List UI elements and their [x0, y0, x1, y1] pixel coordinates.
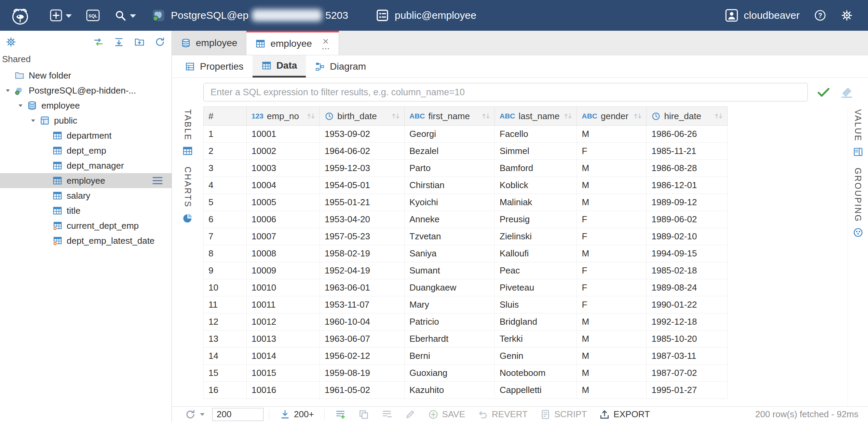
cell-first_name[interactable]: Sumant	[405, 262, 495, 279]
navigator-settings-button[interactable]	[5, 37, 16, 47]
apply-filter-button[interactable]	[816, 85, 831, 100]
close-icon[interactable]	[322, 38, 329, 45]
cell-last_name[interactable]: Simmel	[495, 143, 577, 160]
row-number-cell[interactable]: 3	[204, 160, 247, 177]
cell-gender[interactable]: M	[577, 313, 647, 330]
cell-hire_date[interactable]: 1987-03-11	[647, 348, 728, 365]
cell-gender[interactable]: M	[577, 160, 647, 177]
cell-hire_date[interactable]: 1990-01-22	[647, 296, 728, 313]
cell-last_name[interactable]: Facello	[495, 126, 577, 143]
row-number-cell[interactable]: 10	[204, 279, 247, 296]
row-number-cell[interactable]: 8	[204, 245, 247, 262]
export-button[interactable]: EXPORT	[594, 407, 654, 422]
row-menu-icon[interactable]	[152, 176, 163, 185]
cell-emp_no[interactable]: 10012	[247, 313, 320, 330]
tab-properties[interactable]: Properties	[176, 55, 253, 78]
cell-emp_no[interactable]: 10004	[247, 177, 320, 194]
column-header-hire_date[interactable]: hire_date	[647, 107, 728, 126]
sort-arrows-icon[interactable]	[714, 111, 724, 121]
cell-hire_date[interactable]: 1985-11-21	[647, 143, 728, 160]
duplicate-row-button[interactable]	[353, 407, 374, 422]
column-header-gender[interactable]: ABCgender	[577, 107, 647, 126]
row-number-cell[interactable]: 4	[204, 177, 247, 194]
cell-gender[interactable]: F	[577, 279, 647, 296]
chevron-down-icon[interactable]	[3, 87, 13, 94]
auto-refresh-button[interactable]	[180, 407, 209, 422]
column-header-last_name[interactable]: ABClast_name	[495, 107, 577, 126]
row-number-header[interactable]: #	[204, 107, 247, 126]
cell-gender[interactable]: F	[577, 262, 647, 279]
cell-birth_date[interactable]: 1952-04-19	[320, 262, 405, 279]
cell-gender[interactable]: F	[577, 143, 647, 160]
cell-first_name[interactable]: Bezalel	[405, 143, 495, 160]
chevron-down-icon[interactable]	[28, 117, 38, 124]
tree-item-department[interactable]: department	[0, 128, 172, 143]
cell-last_name[interactable]: Zielinski	[495, 228, 577, 245]
row-number-cell[interactable]: 11	[204, 296, 247, 313]
cell-first_name[interactable]: Chirstian	[405, 177, 495, 194]
cell-last_name[interactable]: Maliniak	[495, 194, 577, 211]
cell-last_name[interactable]: Kalloufi	[495, 245, 577, 262]
cell-gender[interactable]: M	[577, 177, 647, 194]
cell-last_name[interactable]: Preusig	[495, 211, 577, 228]
cell-emp_no[interactable]: 10003	[247, 160, 320, 177]
row-number-cell[interactable]: 2	[204, 143, 247, 160]
cell-emp_no[interactable]: 10010	[247, 279, 320, 296]
tab-diagram[interactable]: Diagram	[306, 55, 375, 78]
cell-first_name[interactable]: Berni	[405, 348, 495, 365]
cell-gender[interactable]: M	[577, 330, 647, 348]
new-object-button[interactable]	[44, 0, 78, 31]
cell-emp_no[interactable]: 10009	[247, 262, 320, 279]
row-number-cell[interactable]: 16	[204, 382, 247, 399]
row-number-cell[interactable]: 12	[204, 313, 247, 330]
script-button[interactable]: SCRIPT	[535, 407, 592, 422]
tree-item-current_dept_emp[interactable]: current_dept_emp	[0, 218, 172, 233]
fetch-more-button[interactable]: 200+	[275, 407, 319, 422]
tree-item-postgresql-ep-hidden[interactable]: PostgreSQL@ep-hidden-...	[0, 83, 172, 98]
column-header-emp_no[interactable]: 123emp_no	[247, 107, 320, 126]
cell-hire_date[interactable]: 1992-12-18	[647, 313, 728, 330]
tree-item-dept_manager[interactable]: dept_manager	[0, 158, 172, 173]
cell-gender[interactable]: M	[577, 348, 647, 365]
tree-item-employee[interactable]: employee	[0, 173, 172, 188]
cell-emp_no[interactable]: 10008	[247, 245, 320, 262]
sql-filter-input[interactable]	[203, 83, 808, 101]
column-header-first_name[interactable]: ABCfirst_name	[405, 107, 495, 126]
cell-last_name[interactable]: Cappelletti	[495, 382, 577, 399]
cell-gender[interactable]: M	[577, 126, 647, 143]
cell-last_name[interactable]: Piveteau	[495, 279, 577, 296]
help-button[interactable]: ?	[808, 0, 832, 31]
row-number-cell[interactable]: 9	[204, 262, 247, 279]
cell-birth_date[interactable]: 1963-06-01	[320, 279, 405, 296]
edit-value-button[interactable]	[400, 407, 420, 422]
cell-first_name[interactable]: Mary	[405, 296, 495, 313]
cell-hire_date[interactable]: 1994-09-15	[647, 245, 728, 262]
column-header-birth_date[interactable]: birth_date	[320, 107, 405, 126]
row-number-cell[interactable]: 15	[204, 365, 247, 382]
cell-hire_date[interactable]: 1986-06-26	[647, 126, 728, 143]
delete-row-button[interactable]	[377, 407, 397, 422]
cell-emp_no[interactable]: 10016	[247, 382, 320, 399]
cell-birth_date[interactable]: 1953-11-07	[320, 296, 405, 313]
cell-first_name[interactable]: Tzvetan	[405, 228, 495, 245]
cell-birth_date[interactable]: 1957-05-23	[320, 228, 405, 245]
row-number-cell[interactable]: 1	[204, 126, 247, 143]
tree-item-public[interactable]: public	[0, 113, 172, 128]
cell-first_name[interactable]: Duangkaew	[405, 279, 495, 296]
connection-selector[interactable]: PostgreSQL@ep 5203	[144, 0, 356, 31]
cell-birth_date[interactable]: 1964-06-02	[320, 143, 405, 160]
user-menu[interactable]: cloudbeaver	[719, 0, 806, 31]
sort-arrows-icon[interactable]	[633, 111, 643, 121]
cell-birth_date[interactable]: 1953-09-02	[320, 126, 405, 143]
add-row-button[interactable]	[330, 407, 351, 422]
cell-emp_no[interactable]: 10013	[247, 330, 320, 348]
cell-first_name[interactable]: Anneke	[405, 211, 495, 228]
new-folder-button[interactable]	[134, 37, 145, 47]
tree-item-dept_emp_latest_date[interactable]: dept_emp_latest_date	[0, 233, 172, 248]
cell-birth_date[interactable]: 1955-01-21	[320, 194, 405, 211]
cell-last_name[interactable]: Koblick	[495, 177, 577, 194]
sync-connection-button[interactable]	[93, 37, 104, 47]
schema-selector[interactable]: public@employee	[368, 0, 484, 31]
cell-hire_date[interactable]: 1987-07-02	[647, 365, 728, 382]
cell-hire_date[interactable]: 1986-12-01	[647, 177, 728, 194]
